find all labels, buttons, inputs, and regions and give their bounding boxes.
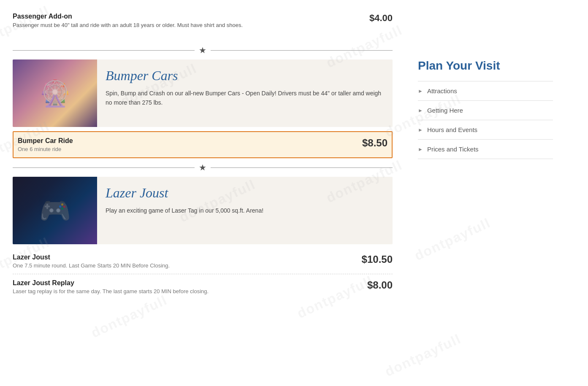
sidebar-item-prices-tickets[interactable]: ► Prices and Tickets [418,139,553,159]
sidebar-item-label-prices-tickets: Prices and Tickets [427,146,479,153]
lazer-joust-info-2: Lazer Joust Replay Laser tag replay is f… [13,279,209,294]
star-icon-1: ★ [199,45,206,55]
lazer-joust-name-1: Lazer Joust [13,254,170,261]
chevron-icon-attractions: ► [418,88,423,94]
bumper-cars-image [13,59,97,127]
chevron-icon-hours-events: ► [418,127,423,133]
sidebar-item-label-getting-here: Getting Here [427,107,463,114]
bumper-cars-description: Spin, Bump and Crash on our all-new Bump… [106,89,384,108]
addon-description: Passenger must be 40" tall and ride with… [13,22,243,28]
addon-section: Passenger Add-on Passenger must be 40" t… [13,8,393,41]
lazer-joust-image [13,177,97,244]
addon-title: Passenger Add-on [13,13,243,20]
page-wrapper: Passenger Add-on Passenger must be 40" t… [0,0,588,312]
star-icon-2: ★ [199,162,206,173]
lazer-joust-info-1: Lazer Joust One 7.5 minute round. Last G… [13,254,170,269]
lazer-joust-desc-2: Laser tag replay is for the same day. Th… [13,288,209,294]
bumper-car-ride-name: Bumper Car Ride [18,137,73,145]
star-divider-2: ★ [13,162,393,173]
lazer-joust-row-2: Lazer Joust Replay Laser tag replay is f… [13,274,393,300]
bumper-cars-card: Bumper Cars Spin, Bump and Crash on our … [13,59,393,127]
sidebar-item-attractions[interactable]: ► Attractions [418,81,553,100]
sidebar-item-getting-here[interactable]: ► Getting Here [418,100,553,120]
lazer-joust-name-2: Lazer Joust Replay [13,279,209,287]
lazer-joust-description: Play an exciting game of Laser Tag in ou… [106,206,384,215]
plan-visit-title: Plan Your Visit [418,59,553,73]
lazer-joust-card: Lazer Joust Play an exciting game of Las… [13,177,393,244]
main-content: Passenger Add-on Passenger must be 40" t… [0,0,405,312]
sidebar-nav: ► Attractions ► Getting Here ► Hours and… [418,81,553,159]
lazer-joust-body: Lazer Joust Play an exciting game of Las… [97,177,393,224]
sidebar-item-label-attractions: Attractions [427,87,457,94]
star-divider-1: ★ [13,45,393,55]
bumper-car-ride-info: Bumper Car Ride One 6 minute ride [18,137,73,152]
bumper-car-ride-price: $8.50 [362,137,387,149]
sidebar: Plan Your Visit ► Attractions ► Getting … [405,0,566,312]
addon-row: Passenger Add-on Passenger must be 40" t… [13,8,393,32]
lazer-joust-desc-1: One 7.5 minute round. Last Game Starts 2… [13,262,170,269]
lazer-joust-title: Lazer Joust [106,185,384,201]
bumper-cars-title: Bumper Cars [106,68,384,84]
lazer-joust-price-1: $10.50 [362,254,393,265]
bumper-car-ride-description: One 6 minute ride [18,146,73,152]
bumper-cars-body: Bumper Cars Spin, Bump and Crash on our … [97,59,393,116]
lazer-joust-row-1: Lazer Joust One 7.5 minute round. Last G… [13,248,393,274]
addon-info: Passenger Add-on Passenger must be 40" t… [13,13,243,28]
sidebar-item-hours-events[interactable]: ► Hours and Events [418,120,553,139]
lazer-joust-price-2: $8.00 [367,279,393,291]
sidebar-item-label-hours-events: Hours and Events [427,126,477,133]
chevron-icon-prices-tickets: ► [418,146,423,152]
bumper-car-ride-row: Bumper Car Ride One 6 minute ride $8.50 [13,131,393,158]
chevron-icon-getting-here: ► [418,108,423,113]
addon-price: $4.00 [369,13,393,24]
